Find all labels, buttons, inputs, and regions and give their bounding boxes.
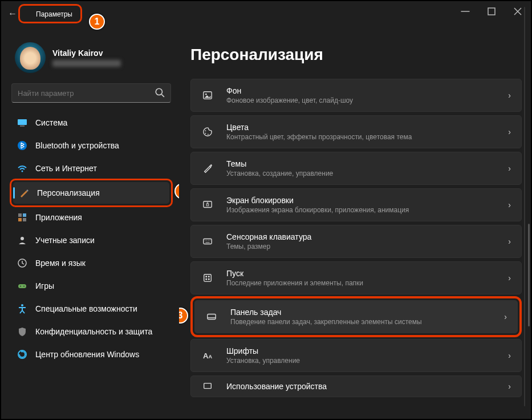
svg-line-5 bbox=[161, 94, 164, 97]
sidebar-item-privacy[interactable]: Конфиденциальность и защита bbox=[11, 321, 171, 342]
main-panel: Персонализация Фон Фоновое изображение, … bbox=[179, 35, 531, 419]
sidebar-item-apps[interactable]: Приложения bbox=[11, 207, 171, 228]
svg-point-19 bbox=[21, 304, 23, 306]
title-highlight: Параметры bbox=[18, 4, 82, 23]
svg-rect-41 bbox=[204, 383, 212, 389]
sidebar-item-label: Центр обновления Windows bbox=[35, 350, 139, 359]
profile-block[interactable]: Vitaliy Kairov bbox=[11, 35, 171, 81]
minimize-button[interactable] bbox=[452, 1, 478, 22]
avatar bbox=[15, 42, 46, 73]
card-fonts[interactable]: AA Шрифты Установка, управление › bbox=[190, 339, 522, 372]
svg-rect-1 bbox=[488, 8, 495, 15]
svg-rect-38 bbox=[208, 278, 210, 280]
card-subtitle: Установка, создание, управление bbox=[226, 169, 496, 177]
search-input[interactable] bbox=[18, 89, 155, 98]
sidebar-item-label: Специальные возможности bbox=[35, 304, 137, 313]
gamepad-icon bbox=[17, 281, 27, 291]
annotation-marker-1: 1 bbox=[89, 14, 105, 30]
sidebar-item-label: Bluetooth и устройства bbox=[35, 141, 119, 150]
card-title: Шрифты bbox=[226, 346, 496, 356]
sidebar-item-accessibility[interactable]: Специальные возможности bbox=[11, 298, 171, 320]
image-icon bbox=[201, 90, 214, 100]
titlebar: ← Параметры 1 bbox=[1, 1, 531, 26]
chevron-right-icon: › bbox=[508, 91, 511, 100]
card-list: Фон Фоновое изображение, цвет, слайд-шоу… bbox=[190, 79, 522, 397]
sidebar-item-label: Персонализация bbox=[37, 188, 100, 197]
sidebar: Vitaliy Kairov Система Bluetooth и устро… bbox=[1, 35, 179, 419]
window-title: Параметры bbox=[36, 10, 72, 18]
sidebar-item-gaming[interactable]: Игры bbox=[11, 275, 171, 297]
annotation-marker-3: 3 bbox=[179, 308, 188, 324]
card-touch-keyboard[interactable]: Сенсорная клавиатура Темы, размер › bbox=[190, 225, 522, 258]
card-title: Пуск bbox=[226, 269, 496, 278]
svg-rect-27 bbox=[206, 204, 209, 206]
main-scrollbar[interactable] bbox=[528, 224, 530, 326]
svg-rect-7 bbox=[20, 126, 25, 127]
svg-point-17 bbox=[20, 286, 21, 287]
svg-rect-28 bbox=[204, 239, 212, 244]
svg-point-9 bbox=[22, 171, 23, 172]
sidebar-item-label: Приложения bbox=[35, 213, 82, 222]
profile-email-blurred bbox=[52, 60, 121, 67]
svg-rect-12 bbox=[18, 218, 22, 221]
fonts-icon: AA bbox=[201, 352, 214, 360]
card-subtitle: Фоновое изображение, цвет, слайд-шоу bbox=[226, 96, 496, 104]
sidebar-item-accounts[interactable]: Учетные записи bbox=[11, 229, 171, 251]
bluetooth-icon bbox=[17, 140, 27, 151]
card-title: Экран блокировки bbox=[226, 196, 496, 205]
annotation-marker-2: 2 bbox=[174, 183, 179, 199]
card-taskbar[interactable]: Панель задач Поведение панели задач, зак… bbox=[194, 300, 518, 333]
card-colors[interactable]: Цвета Контрастный цвет, эффекты прозрачн… bbox=[190, 115, 522, 148]
card-start[interactable]: Пуск Последние приложения и элементы, па… bbox=[190, 261, 522, 294]
svg-point-24 bbox=[205, 133, 206, 134]
svg-point-14 bbox=[21, 237, 24, 240]
card-subtitle: Темы, размер bbox=[226, 243, 496, 251]
sidebar-item-label: Сеть и Интернет bbox=[35, 164, 97, 173]
shield-icon bbox=[17, 326, 27, 337]
card-themes[interactable]: Темы Установка, создание, управление › bbox=[190, 152, 522, 185]
back-icon[interactable]: ← bbox=[7, 9, 18, 19]
card-lockscreen[interactable]: Экран блокировки Изображения экрана блок… bbox=[190, 188, 522, 221]
sidebar-item-label: Учетные записи bbox=[35, 236, 95, 245]
sidebar-highlight-personalization: Персонализация 2 bbox=[10, 179, 173, 207]
chevron-right-icon: › bbox=[508, 273, 511, 282]
sidebar-item-windows-update[interactable]: Центр обновления Windows bbox=[11, 344, 171, 365]
sidebar-item-bluetooth[interactable]: Bluetooth и устройства bbox=[11, 135, 171, 156]
svg-rect-36 bbox=[208, 276, 210, 277]
sidebar-item-network[interactable]: Сеть и Интернет bbox=[11, 158, 171, 179]
lockscreen-icon bbox=[201, 200, 214, 210]
sidebar-item-personalization[interactable]: Персонализация bbox=[13, 182, 169, 204]
chevron-right-icon: › bbox=[508, 382, 511, 391]
svg-rect-39 bbox=[208, 314, 216, 320]
card-subtitle: Последние приложения и элементы, папки bbox=[226, 279, 496, 287]
maximize-button[interactable] bbox=[478, 1, 505, 22]
profile-name: Vitaliy Kairov bbox=[52, 49, 121, 58]
sidebar-item-system[interactable]: Система bbox=[11, 112, 171, 134]
svg-point-18 bbox=[23, 286, 25, 287]
card-title: Панель задач bbox=[230, 308, 492, 317]
window-controls bbox=[452, 1, 531, 22]
chevron-right-icon: › bbox=[508, 127, 511, 136]
svg-rect-6 bbox=[18, 119, 27, 125]
chevron-right-icon: › bbox=[508, 237, 511, 246]
svg-rect-13 bbox=[23, 218, 26, 221]
system-icon bbox=[17, 118, 27, 128]
search-box[interactable] bbox=[11, 83, 171, 103]
paint-icon bbox=[19, 188, 29, 198]
svg-rect-34 bbox=[204, 274, 212, 282]
accessibility-icon bbox=[17, 304, 27, 314]
svg-point-23 bbox=[205, 130, 206, 131]
nav-list: Система Bluetooth и устройства Сеть и Ин… bbox=[11, 112, 171, 365]
card-subtitle: Изображения экрана блокировки, приложени… bbox=[226, 206, 496, 214]
card-background[interactable]: Фон Фоновое изображение, цвет, слайд-шоу… bbox=[190, 79, 522, 112]
palette-icon bbox=[201, 127, 214, 137]
sidebar-item-time-language[interactable]: Время и язык bbox=[11, 252, 171, 274]
card-device-usage[interactable]: Использование устройства › bbox=[190, 375, 522, 397]
svg-rect-10 bbox=[18, 213, 22, 217]
sidebar-item-label: Игры bbox=[35, 281, 54, 290]
card-title: Темы bbox=[226, 159, 496, 168]
chevron-right-icon: › bbox=[508, 351, 511, 360]
close-button[interactable] bbox=[505, 1, 531, 22]
svg-point-22 bbox=[205, 94, 207, 95]
svg-rect-37 bbox=[205, 278, 207, 280]
